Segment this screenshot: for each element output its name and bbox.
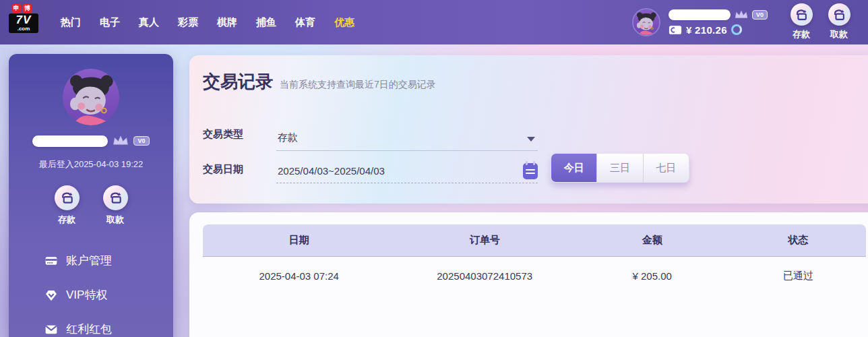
site-logo[interactable]: 申 博 7V .com	[9, 4, 38, 33]
nav-item-hot[interactable]: 热门	[51, 16, 90, 29]
main-nav: 热门 电子 真人 彩票 棋牌 捕鱼 体育 优惠	[51, 0, 364, 44]
deposit-button[interactable]: 存款	[52, 185, 82, 226]
nav-item-lottery[interactable]: 彩票	[168, 16, 208, 29]
sidebar: V0 最后登入2025-04-03 19:22 存款 取款	[9, 54, 173, 337]
date-range-value: 2025/04/03~2025/04/03	[278, 165, 385, 177]
date-range-quick-buttons: 今日 三日 七日	[551, 153, 689, 183]
vip-crown-icon	[112, 135, 129, 147]
nav-item-slots[interactable]: 电子	[90, 16, 129, 29]
deposit-icon	[55, 185, 80, 210]
logo-badge-shen: 申	[12, 4, 21, 13]
col-header-order: 订单号	[395, 234, 574, 247]
vip-level-badge: V0	[133, 136, 149, 146]
sidebar-menu: 账户管理 VIP特权 红利红包	[9, 243, 173, 337]
account-card-icon	[44, 254, 58, 268]
vip-level-badge: V0	[752, 10, 768, 20]
deposit-label: 存款	[52, 214, 82, 226]
deposit-label: 存款	[790, 28, 813, 40]
last-login-text: 最后登入2025-04-03 19:22	[9, 158, 173, 171]
range-3day-button[interactable]: 三日	[596, 154, 642, 182]
transaction-date-label: 交易日期	[203, 163, 243, 176]
vip-crown-icon	[734, 9, 749, 20]
range-7day-button[interactable]: 七日	[643, 154, 689, 182]
col-header-date: 日期	[203, 234, 395, 247]
sidebar-quick-actions: 存款 取款	[9, 185, 173, 226]
date-range-input[interactable]: 2025/04/03~2025/04/03	[276, 159, 538, 183]
transaction-filter-panel: 交易记录 当前系统支持查询最近7日的交易记录 交易类型 存款 交易日期 2025…	[189, 55, 868, 204]
balance-amount: ¥ 210.26	[686, 24, 727, 36]
chevron-down-icon	[527, 137, 535, 142]
user-cluster: V0 ¥ 210.26	[632, 0, 768, 44]
withdraw-icon	[828, 3, 850, 26]
cell-amount: ¥ 205.00	[574, 270, 730, 282]
profile-avatar[interactable]	[63, 69, 119, 125]
range-today-button[interactable]: 今日	[551, 154, 596, 182]
logo-badges: 申 博	[12, 4, 38, 13]
col-header-amount: 金额	[574, 234, 730, 247]
username-redacted	[32, 135, 108, 147]
sidebar-item-label: 红利红包	[66, 321, 112, 337]
refresh-balance-icon[interactable]	[731, 24, 742, 35]
nav-item-promo[interactable]: 优惠	[325, 16, 364, 29]
transaction-type-label: 交易类型	[203, 128, 243, 141]
red-envelope-icon	[44, 323, 58, 336]
table-header-row: 日期 订单号 金额 状态	[203, 224, 866, 257]
page-subtitle: 当前系统支持查询最近7日的交易记录	[280, 79, 436, 91]
withdraw-button[interactable]: 取款	[100, 185, 130, 226]
user-info: V0 ¥ 210.26	[669, 9, 768, 36]
withdraw-button[interactable]: 取款	[828, 3, 850, 40]
sidebar-item-vip[interactable]: VIP特权	[9, 278, 173, 312]
vip-gem-icon	[44, 288, 58, 302]
avatar[interactable]	[632, 8, 660, 36]
nav-item-fishing[interactable]: 捕鱼	[247, 16, 286, 29]
page-title: 交易记录	[203, 70, 273, 94]
transaction-type-select[interactable]: 存款	[276, 127, 538, 151]
deposit-icon	[790, 3, 813, 26]
transaction-type-value: 存款	[278, 131, 298, 144]
withdraw-label: 取款	[100, 214, 130, 226]
sidebar-item-label: VIP特权	[66, 287, 107, 303]
nav-item-live[interactable]: 真人	[129, 16, 168, 29]
wallet-icon	[669, 25, 682, 35]
logo-main-text: 7V	[10, 14, 37, 26]
col-header-status: 状态	[730, 234, 866, 247]
cell-status: 已通过	[730, 270, 866, 282]
cell-order-number: 20250403072410573	[395, 270, 574, 282]
transaction-table-panel: 日期 订单号 金额 状态 2025-04-03 07:24 2025040307…	[189, 212, 868, 337]
cell-date: 2025-04-03 07:24	[203, 270, 395, 282]
nav-item-sports[interactable]: 体育	[286, 16, 325, 29]
logo-wordmark: 7V .com	[9, 13, 38, 33]
logo-badge-bo: 博	[23, 4, 32, 13]
topbar-quick-actions: 存款 取款	[790, 3, 850, 40]
username-redacted	[669, 9, 731, 20]
table-row: 2025-04-03 07:24 20250403072410573 ¥ 205…	[203, 257, 866, 295]
sidebar-item-account[interactable]: 账户管理	[9, 243, 173, 278]
deposit-button[interactable]: 存款	[790, 3, 813, 40]
top-navigation-bar: 申 博 7V .com 热门 电子 真人 彩票 棋牌 捕鱼 体育 优惠 V0	[0, 0, 868, 44]
sidebar-item-label: 账户管理	[66, 253, 112, 268]
sidebar-item-bonus[interactable]: 红利红包	[9, 312, 173, 337]
nav-item-cards[interactable]: 棋牌	[208, 16, 247, 29]
withdraw-icon	[103, 185, 128, 210]
withdraw-label: 取款	[828, 28, 850, 40]
logo-sub-text: .com	[10, 26, 37, 32]
calendar-icon[interactable]	[523, 163, 538, 179]
